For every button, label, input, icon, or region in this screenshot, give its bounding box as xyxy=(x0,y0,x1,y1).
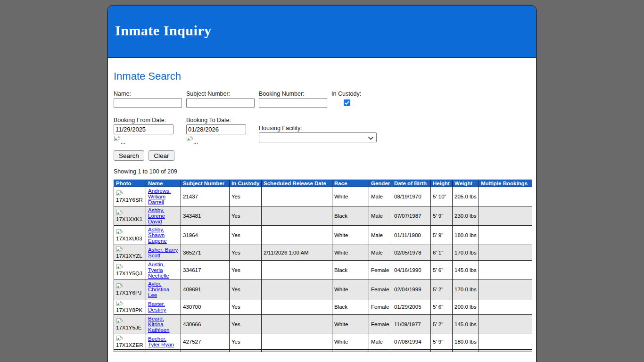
cell-in-custody: Yes xyxy=(230,299,262,315)
table-row xyxy=(114,350,532,352)
cell-dob: 02/05/1978 xyxy=(392,245,431,261)
form-row-2: Booking From Date: ... Booking To Date: xyxy=(114,115,530,144)
cell-gender: Male xyxy=(369,206,392,226)
results-table-body: 17X1Y6SRAndrews, William Darrell21437Yes… xyxy=(114,187,532,352)
housing-facility-field-group: Housing Facility: xyxy=(259,123,377,142)
cell-scheduled-release-date xyxy=(262,299,332,315)
booking-to-datepicker-button[interactable]: ... xyxy=(186,135,259,144)
cell-subject-number: 21437 xyxy=(181,187,230,206)
cell-gender: Female xyxy=(369,299,392,315)
cell-height: 5' 6" xyxy=(431,261,453,280)
subject-number-label: Subject Number: xyxy=(186,89,259,98)
cell-scheduled-release-date xyxy=(262,350,332,352)
cell-photo-alt: 17X1Y8PK xyxy=(114,299,146,315)
cell-subject-number: 430666 xyxy=(181,315,230,334)
inmate-name-link[interactable]: Aylor, Christina Lee xyxy=(148,281,169,298)
broken-image-icon xyxy=(116,209,144,216)
cell-name xyxy=(146,350,181,352)
cell-multiple-bookings xyxy=(479,226,532,245)
photo-alt-text: 17X1XU03 xyxy=(116,236,142,241)
column-header: Name xyxy=(146,180,181,187)
cell-weight: 230.0 lbs xyxy=(453,206,479,226)
booking-to-label: Booking To Date: xyxy=(186,115,259,124)
results-summary: Showing 1 to 100 of 209 xyxy=(114,168,530,175)
cell-dob: 04/16/1990 xyxy=(392,261,431,280)
cell-race: Black xyxy=(332,299,369,315)
in-custody-checkbox[interactable] xyxy=(344,99,350,106)
inmate-name-link[interactable]: Becher, Tyler Ryan xyxy=(148,336,174,347)
inmate-name-link[interactable]: Asher, Barry Scott xyxy=(148,247,178,258)
cell-scheduled-release-date xyxy=(262,226,332,245)
inmate-name-link[interactable]: Beard, Kitrina Kathleen xyxy=(148,316,169,333)
column-header: Scheduled Release Date xyxy=(262,180,332,187)
inmate-name-link[interactable]: Baxter, Destiny xyxy=(148,301,166,313)
cell-photo-alt: 17X1XU03 xyxy=(114,226,146,245)
cell-dob: 02/04/1999 xyxy=(392,280,431,299)
booking-from-input[interactable] xyxy=(114,124,173,134)
cell-scheduled-release-date: 2/11/2026 1:00 AM xyxy=(262,245,332,261)
cell-scheduled-release-date xyxy=(262,280,332,299)
subject-number-input[interactable] xyxy=(186,98,255,108)
photo-alt-text: 17X1Y6SR xyxy=(116,197,143,203)
broken-image-icon xyxy=(116,246,144,253)
inmate-name-link[interactable]: Austin, Tyeria Nechelle xyxy=(148,262,169,279)
checkmark-icon xyxy=(345,101,349,105)
photo-alt-text: 17X1XZER xyxy=(116,342,143,348)
inmate-name-link[interactable]: Ashby, Lorene David xyxy=(148,207,165,224)
booking-from-datepicker-button[interactable]: ... xyxy=(114,135,186,144)
cell-height: 5' 2" xyxy=(431,280,453,299)
column-header: Photo xyxy=(114,180,146,187)
cell-weight: 145.0 lbs xyxy=(453,261,479,280)
cell-gender: Male xyxy=(369,334,392,350)
search-button[interactable]: Search xyxy=(114,150,144,161)
cell-race xyxy=(332,350,369,352)
subject-number-field-group: Subject Number: xyxy=(186,89,259,108)
results-table: PhotoNameSubject NumberIn CustodySchedul… xyxy=(114,180,532,352)
photo-alt-text: 17X1XYZL xyxy=(116,253,142,259)
cell-race: White xyxy=(332,334,369,350)
inmate-name-link[interactable]: Ashby, Shawn Eugene xyxy=(148,227,167,244)
chevron-down-icon xyxy=(368,133,373,142)
cell-gender: Female xyxy=(369,261,392,280)
table-row: 17X1XZERBecher, Tyler Ryan427527YesWhite… xyxy=(114,334,532,350)
booking-number-field-group: Booking Number: xyxy=(259,89,331,108)
column-header: In Custody xyxy=(230,180,262,187)
cell-subject-number: 334617 xyxy=(181,261,230,280)
booking-number-label: Booking Number: xyxy=(259,89,331,98)
cell-dob: 11/09/1977 xyxy=(392,315,431,334)
cell-weight: 205.0 lbs xyxy=(453,187,479,206)
booking-number-input[interactable] xyxy=(259,98,327,108)
booking-to-input[interactable] xyxy=(186,124,246,134)
housing-facility-select[interactable] xyxy=(259,132,377,142)
inmate-photo-broken: 17X1Y5QJ xyxy=(116,263,144,277)
cell-height: 5' 2" xyxy=(431,315,453,334)
photo-alt-text: 17X1XXK1 xyxy=(116,216,142,222)
inmate-name-link[interactable]: Andrews, William Darrell xyxy=(148,188,171,205)
cell-scheduled-release-date xyxy=(262,206,332,226)
table-header-row: PhotoNameSubject NumberIn CustodySchedul… xyxy=(114,180,532,187)
cell-height: 5' 6" xyxy=(431,299,453,315)
cell-photo-alt: 17X1XYZL xyxy=(114,245,146,261)
cell-gender: Male xyxy=(369,226,392,245)
booking-from-label: Booking From Date: xyxy=(114,115,186,124)
table-row: 17X1XU03Ashby, Shawn Eugene31964YesWhite… xyxy=(114,226,532,245)
cell-subject-number: 430700 xyxy=(181,299,230,315)
broken-image-icon xyxy=(116,300,144,307)
cell-gender xyxy=(369,350,392,352)
table-row: 17X1Y6SRAndrews, William Darrell21437Yes… xyxy=(114,187,532,206)
cell-in-custody: Yes xyxy=(230,280,262,299)
cell-in-custody: Yes xyxy=(230,226,262,245)
table-row: 17X1XYZLAsher, Barry Scott365271Yes2/11/… xyxy=(114,245,532,261)
form-buttons: Search Clear xyxy=(114,150,530,161)
cell-photo-alt: 17X1Y5QJ xyxy=(114,261,146,280)
cell-name: Becher, Tyler Ryan xyxy=(146,334,181,350)
cell-multiple-bookings xyxy=(479,334,532,350)
cell-dob: 07/08/1994 xyxy=(392,334,431,350)
column-header: Height xyxy=(431,180,453,187)
clear-button[interactable]: Clear xyxy=(149,150,174,161)
photo-alt-text: 17X1Y5JE xyxy=(116,325,141,330)
name-input[interactable] xyxy=(114,98,182,108)
cell-scheduled-release-date xyxy=(262,315,332,334)
photo-alt-text: 17X1Y6PJ xyxy=(116,290,141,296)
inmate-photo-broken: 17X1XU03 xyxy=(116,229,144,242)
